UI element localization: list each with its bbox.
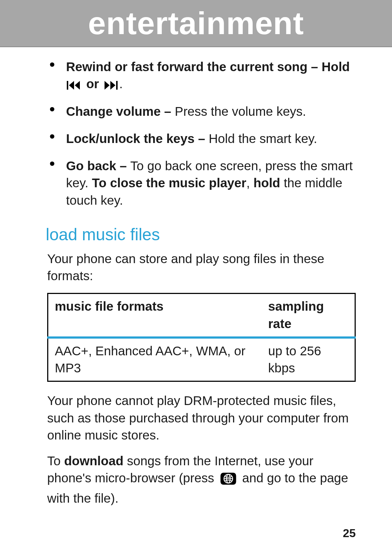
- formats-table: music file formats sampling rate AAC+, E…: [47, 293, 356, 382]
- svg-marker-3: [105, 81, 110, 90]
- bullet-rest: Press the volume keys.: [175, 104, 306, 118]
- bullet-lead: Rewind or fast forward the current song …: [66, 60, 350, 74]
- bullet-trail: .: [119, 77, 123, 91]
- bullet-connector: or: [83, 77, 102, 91]
- page-number: 25: [343, 527, 356, 540]
- svg-rect-0: [67, 81, 68, 90]
- svg-marker-2: [75, 81, 80, 90]
- download-bold: download: [64, 454, 123, 468]
- svg-marker-1: [69, 81, 74, 90]
- page-title: entertainment: [88, 5, 304, 42]
- table-header-row: music file formats sampling rate: [48, 294, 355, 338]
- fast-forward-icon: [102, 77, 119, 91]
- bullet-text: ,: [246, 176, 253, 190]
- list-item: Rewind or fast forward the current song …: [47, 58, 356, 93]
- drm-note: Your phone cannot play DRM-protected mus…: [47, 392, 356, 443]
- section-heading: load music files: [46, 223, 356, 246]
- svg-marker-4: [110, 81, 115, 90]
- bullet-list: Rewind or fast forward the current song …: [47, 58, 356, 209]
- bullet-lead: Change volume –: [66, 104, 175, 118]
- bullet-bold: hold: [253, 176, 280, 190]
- list-item: Go back – To go back one screen, press t…: [47, 157, 356, 209]
- header-band: entertainment: [0, 0, 392, 47]
- bullet-lead: Go back –: [66, 159, 130, 173]
- list-item: Change volume – Press the volume keys.: [47, 103, 356, 120]
- list-item: Lock/unlock the keys – Hold the smart ke…: [47, 130, 356, 147]
- bullet-lead: Lock/unlock the keys –: [66, 131, 209, 146]
- table-cell: up to 256 kbps: [262, 338, 355, 381]
- download-pre: To: [47, 454, 64, 468]
- page-content: Rewind or fast forward the current song …: [0, 47, 392, 507]
- intro-paragraph: Your phone can store and play song files…: [47, 250, 356, 285]
- globe-key-icon: [220, 472, 237, 489]
- table-header: music file formats: [48, 294, 262, 338]
- svg-rect-5: [116, 81, 118, 90]
- download-paragraph: To download songs from the Internet, use…: [47, 452, 356, 507]
- table-cell: AAC+, Enhanced AAC+, WMA, or MP3: [48, 338, 262, 381]
- table-row: AAC+, Enhanced AAC+, WMA, or MP3 up to 2…: [48, 338, 355, 381]
- rewind-icon: [66, 77, 83, 91]
- table-header: sampling rate: [262, 294, 355, 338]
- bullet-rest: Hold the smart key.: [209, 131, 317, 146]
- bullet-bold: To close the music player: [92, 176, 246, 190]
